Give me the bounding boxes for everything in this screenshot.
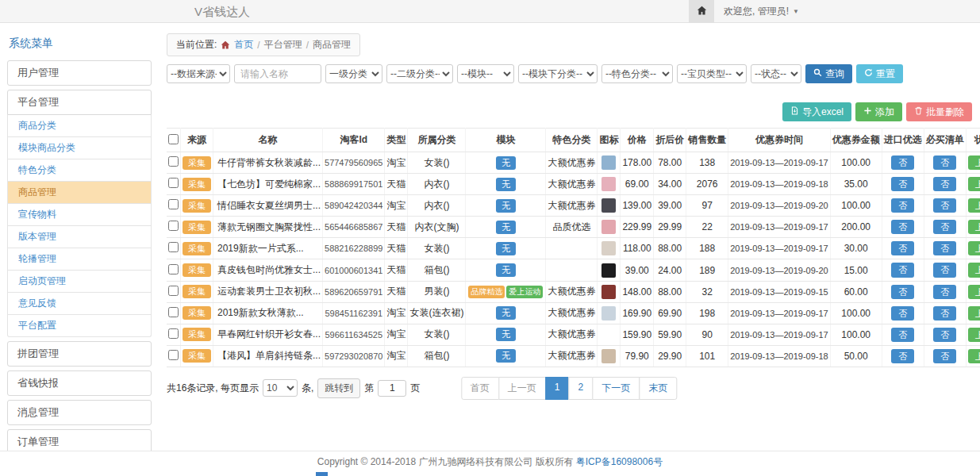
- next-page-button[interactable]: 下一页: [592, 377, 640, 400]
- module-badge: 无: [496, 178, 516, 191]
- sidebar-submenu-item[interactable]: 宣传物料: [7, 204, 152, 226]
- page-size-select[interactable]: 10: [263, 379, 298, 397]
- sidebar-menu-item[interactable]: 省钱快报: [7, 370, 152, 396]
- row-checkbox[interactable]: [168, 221, 179, 231]
- import-pick-toggle[interactable]: 否: [891, 198, 914, 213]
- sidebar-submenu-item[interactable]: 意见反馈: [7, 293, 152, 315]
- must-buy-toggle[interactable]: 否: [933, 306, 956, 321]
- sidebar-submenu-item[interactable]: 特色分类: [7, 159, 152, 182]
- discount-price: 39.00: [654, 195, 686, 217]
- module-badge: 无: [496, 328, 516, 341]
- must-buy-toggle[interactable]: 否: [933, 328, 956, 342]
- must-buy-toggle[interactable]: 否: [933, 177, 956, 191]
- status-toggle[interactable]: 上架: [968, 328, 980, 342]
- row-checkbox[interactable]: [168, 178, 179, 188]
- status-toggle[interactable]: 上架: [968, 349, 980, 363]
- must-buy-toggle[interactable]: 否: [933, 155, 956, 170]
- page-1-button[interactable]: 1: [545, 377, 570, 400]
- import-pick-toggle[interactable]: 否: [891, 306, 914, 321]
- table-row: 采集 早春网红针织开衫女春... 596611634525 淘宝 女装() 无 …: [167, 324, 980, 345]
- import-pick-toggle[interactable]: 否: [891, 241, 914, 255]
- row-checkbox[interactable]: [168, 307, 179, 317]
- sidebar-menu-item[interactable]: 拼团管理: [7, 341, 152, 367]
- sidebar-submenu-item-label: 模块商品分类: [18, 142, 75, 153]
- must-buy-toggle[interactable]: 否: [933, 285, 956, 299]
- module-subcategory-select[interactable]: --模块下分类--: [518, 64, 598, 83]
- welcome-text: 欢迎您, 管理员!: [724, 5, 789, 18]
- last-page-button[interactable]: 末页: [639, 377, 677, 400]
- import-pick-toggle[interactable]: 否: [891, 220, 914, 234]
- status-toggle[interactable]: 上架: [968, 285, 980, 299]
- batch-delete-button[interactable]: 批量删除: [906, 102, 972, 121]
- import-pick-cell: 否: [882, 217, 924, 238]
- status-toggle[interactable]: 上架: [968, 177, 980, 191]
- category1-select[interactable]: 一级分类: [325, 64, 382, 83]
- sidebar-submenu-item[interactable]: 模块商品分类: [7, 137, 152, 159]
- user-menu[interactable]: 欢迎您, 管理员! ▼: [714, 0, 809, 23]
- must-buy-toggle[interactable]: 否: [933, 349, 956, 363]
- import-pick-toggle[interactable]: 否: [891, 349, 914, 363]
- row-checkbox[interactable]: [168, 328, 179, 339]
- thumbnail-cell: [598, 281, 621, 302]
- reset-button[interactable]: 重置: [856, 64, 903, 83]
- status-toggle[interactable]: 上架: [968, 155, 980, 170]
- sidebar-menu-item[interactable]: 平台管理: [7, 90, 152, 115]
- data-source-select[interactable]: --数据来源--: [167, 64, 230, 83]
- sidebar-submenu-item[interactable]: 商品管理: [7, 182, 152, 204]
- status-toggle[interactable]: 上架: [968, 241, 980, 255]
- first-page-button[interactable]: 首页: [461, 377, 499, 400]
- icp-link[interactable]: 粤ICP备16098006号: [576, 455, 663, 469]
- sidebar-submenu-item[interactable]: 版本管理: [7, 226, 152, 248]
- sidebar-menu-item[interactable]: 消息管理: [7, 400, 152, 425]
- must-buy-toggle[interactable]: 否: [933, 263, 956, 277]
- must-buy-toggle[interactable]: 否: [933, 198, 956, 213]
- sidebar-menu-item[interactable]: 订单管理: [7, 429, 152, 451]
- row-checkbox[interactable]: [168, 242, 179, 252]
- status-toggle[interactable]: 上架: [968, 263, 980, 277]
- sidebar-submenu-item[interactable]: 商品分类: [7, 115, 152, 137]
- row-checkbox[interactable]: [168, 199, 179, 209]
- home-button[interactable]: [689, 0, 714, 23]
- sidebar-submenu-item[interactable]: 启动页管理: [7, 271, 152, 293]
- sales-count: 138: [686, 152, 728, 174]
- name-search-input[interactable]: [234, 64, 321, 83]
- sidebar-submenu-item[interactable]: 平台配置: [7, 315, 152, 337]
- product-name: 牛仔背带裤女秋装减龄...: [213, 152, 323, 174]
- sidebar-menu-item[interactable]: 用户管理: [7, 60, 152, 86]
- add-button[interactable]: 添加: [855, 102, 902, 121]
- breadcrumb-home-link[interactable]: 首页: [234, 38, 253, 52]
- status-toggle[interactable]: 上架: [968, 220, 980, 234]
- import-excel-button[interactable]: 导入excel: [782, 102, 851, 121]
- import-pick-toggle[interactable]: 否: [891, 155, 914, 170]
- module-select[interactable]: --模块--: [457, 64, 514, 83]
- select-all-checkbox[interactable]: [168, 134, 179, 144]
- status-select[interactable]: --状态--: [751, 64, 801, 83]
- import-pick-toggle[interactable]: 否: [891, 285, 914, 299]
- import-pick-toggle[interactable]: 否: [891, 263, 914, 277]
- import-pick-toggle[interactable]: 否: [891, 177, 914, 191]
- page-2-button[interactable]: 2: [569, 377, 594, 400]
- jump-button[interactable]: 跳转到: [317, 378, 360, 398]
- must-buy-toggle[interactable]: 否: [933, 241, 956, 255]
- row-checkbox[interactable]: [168, 156, 179, 167]
- jump-page-input[interactable]: [378, 380, 406, 397]
- row-checkbox[interactable]: [168, 350, 179, 360]
- product-type: 淘宝: [385, 324, 408, 345]
- thumbnail-cell: [598, 302, 621, 324]
- row-checkbox[interactable]: [168, 286, 179, 296]
- status-toggle[interactable]: 上架: [968, 306, 980, 321]
- feature-category-select[interactable]: --特色分类--: [601, 64, 673, 83]
- import-pick-toggle[interactable]: 否: [891, 328, 914, 342]
- status-cell: 上架: [966, 195, 980, 217]
- search-button[interactable]: 查询: [805, 64, 852, 83]
- item-type-select[interactable]: --宝贝类型--: [677, 64, 747, 83]
- sidebar-menu-item-label: 拼团管理: [17, 347, 59, 359]
- category2-select[interactable]: --二级分类--: [386, 64, 453, 83]
- horizontal-scrollbar-thumb[interactable]: [316, 472, 328, 476]
- must-buy-toggle[interactable]: 否: [933, 220, 956, 234]
- row-checkbox[interactable]: [168, 264, 179, 274]
- price: 148.00: [621, 281, 654, 302]
- status-toggle[interactable]: 上架: [968, 198, 980, 213]
- sidebar-submenu-item[interactable]: 轮播管理: [7, 248, 152, 271]
- prev-page-button[interactable]: 上一页: [498, 377, 546, 400]
